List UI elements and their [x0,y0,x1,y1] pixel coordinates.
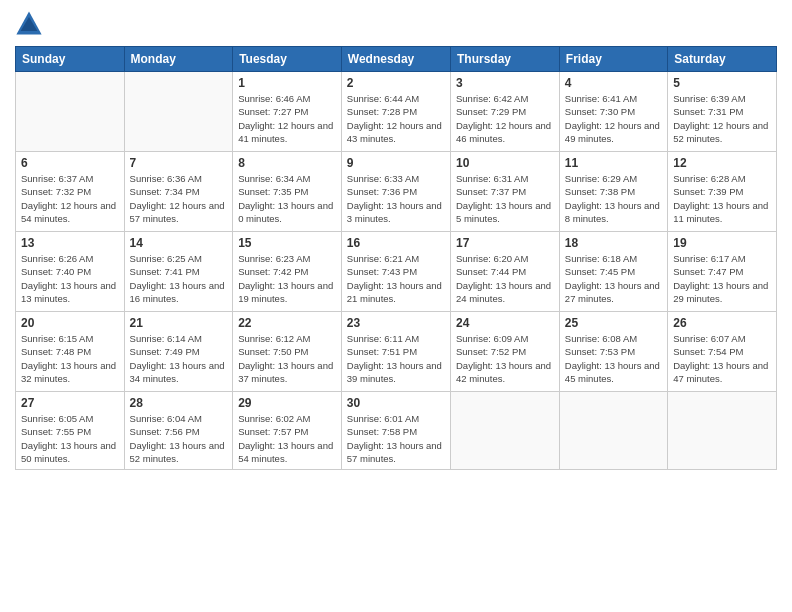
day-info: Sunrise: 6:07 AM Sunset: 7:54 PM Dayligh… [673,332,771,385]
calendar-header-monday: Monday [124,47,233,72]
day-number: 24 [456,316,554,330]
calendar-cell [559,392,667,470]
day-number: 14 [130,236,228,250]
calendar-cell [16,72,125,152]
calendar-cell [451,392,560,470]
day-number: 3 [456,76,554,90]
calendar-cell: 8Sunrise: 6:34 AM Sunset: 7:35 PM Daylig… [233,152,342,232]
day-info: Sunrise: 6:17 AM Sunset: 7:47 PM Dayligh… [673,252,771,305]
calendar-cell [668,392,777,470]
day-number: 20 [21,316,119,330]
day-info: Sunrise: 6:41 AM Sunset: 7:30 PM Dayligh… [565,92,662,145]
calendar-cell: 1Sunrise: 6:46 AM Sunset: 7:27 PM Daylig… [233,72,342,152]
calendar-cell: 12Sunrise: 6:28 AM Sunset: 7:39 PM Dayli… [668,152,777,232]
day-info: Sunrise: 6:05 AM Sunset: 7:55 PM Dayligh… [21,412,119,465]
day-info: Sunrise: 6:01 AM Sunset: 7:58 PM Dayligh… [347,412,445,465]
day-info: Sunrise: 6:12 AM Sunset: 7:50 PM Dayligh… [238,332,336,385]
calendar-cell: 14Sunrise: 6:25 AM Sunset: 7:41 PM Dayli… [124,232,233,312]
day-number: 28 [130,396,228,410]
day-info: Sunrise: 6:37 AM Sunset: 7:32 PM Dayligh… [21,172,119,225]
calendar-cell: 23Sunrise: 6:11 AM Sunset: 7:51 PM Dayli… [341,312,450,392]
logo [15,10,47,38]
page: SundayMondayTuesdayWednesdayThursdayFrid… [0,0,792,612]
calendar-week-row: 27Sunrise: 6:05 AM Sunset: 7:55 PM Dayli… [16,392,777,470]
calendar-week-row: 1Sunrise: 6:46 AM Sunset: 7:27 PM Daylig… [16,72,777,152]
day-number: 17 [456,236,554,250]
calendar-cell: 22Sunrise: 6:12 AM Sunset: 7:50 PM Dayli… [233,312,342,392]
calendar-cell: 17Sunrise: 6:20 AM Sunset: 7:44 PM Dayli… [451,232,560,312]
calendar-cell: 24Sunrise: 6:09 AM Sunset: 7:52 PM Dayli… [451,312,560,392]
calendar-cell: 27Sunrise: 6:05 AM Sunset: 7:55 PM Dayli… [16,392,125,470]
day-number: 1 [238,76,336,90]
day-info: Sunrise: 6:21 AM Sunset: 7:43 PM Dayligh… [347,252,445,305]
calendar-cell: 7Sunrise: 6:36 AM Sunset: 7:34 PM Daylig… [124,152,233,232]
day-number: 23 [347,316,445,330]
calendar-cell: 16Sunrise: 6:21 AM Sunset: 7:43 PM Dayli… [341,232,450,312]
day-info: Sunrise: 6:42 AM Sunset: 7:29 PM Dayligh… [456,92,554,145]
calendar-header-tuesday: Tuesday [233,47,342,72]
day-number: 27 [21,396,119,410]
day-number: 9 [347,156,445,170]
calendar-header-wednesday: Wednesday [341,47,450,72]
day-number: 16 [347,236,445,250]
calendar-cell: 4Sunrise: 6:41 AM Sunset: 7:30 PM Daylig… [559,72,667,152]
day-number: 11 [565,156,662,170]
header [15,10,777,38]
day-info: Sunrise: 6:18 AM Sunset: 7:45 PM Dayligh… [565,252,662,305]
calendar-cell: 19Sunrise: 6:17 AM Sunset: 7:47 PM Dayli… [668,232,777,312]
day-info: Sunrise: 6:29 AM Sunset: 7:38 PM Dayligh… [565,172,662,225]
day-number: 22 [238,316,336,330]
calendar-cell: 25Sunrise: 6:08 AM Sunset: 7:53 PM Dayli… [559,312,667,392]
calendar-header-thursday: Thursday [451,47,560,72]
day-info: Sunrise: 6:28 AM Sunset: 7:39 PM Dayligh… [673,172,771,225]
calendar-cell: 15Sunrise: 6:23 AM Sunset: 7:42 PM Dayli… [233,232,342,312]
calendar-cell: 21Sunrise: 6:14 AM Sunset: 7:49 PM Dayli… [124,312,233,392]
calendar-header-friday: Friday [559,47,667,72]
calendar-cell: 20Sunrise: 6:15 AM Sunset: 7:48 PM Dayli… [16,312,125,392]
calendar-cell: 10Sunrise: 6:31 AM Sunset: 7:37 PM Dayli… [451,152,560,232]
day-info: Sunrise: 6:02 AM Sunset: 7:57 PM Dayligh… [238,412,336,465]
day-info: Sunrise: 6:44 AM Sunset: 7:28 PM Dayligh… [347,92,445,145]
day-number: 8 [238,156,336,170]
day-number: 18 [565,236,662,250]
calendar-cell: 29Sunrise: 6:02 AM Sunset: 7:57 PM Dayli… [233,392,342,470]
calendar-cell: 9Sunrise: 6:33 AM Sunset: 7:36 PM Daylig… [341,152,450,232]
day-number: 25 [565,316,662,330]
calendar-header-saturday: Saturday [668,47,777,72]
calendar-header-sunday: Sunday [16,47,125,72]
day-number: 10 [456,156,554,170]
day-info: Sunrise: 6:15 AM Sunset: 7:48 PM Dayligh… [21,332,119,385]
day-info: Sunrise: 6:36 AM Sunset: 7:34 PM Dayligh… [130,172,228,225]
day-number: 15 [238,236,336,250]
day-info: Sunrise: 6:20 AM Sunset: 7:44 PM Dayligh… [456,252,554,305]
day-number: 26 [673,316,771,330]
calendar-cell: 11Sunrise: 6:29 AM Sunset: 7:38 PM Dayli… [559,152,667,232]
calendar-week-row: 13Sunrise: 6:26 AM Sunset: 7:40 PM Dayli… [16,232,777,312]
day-number: 12 [673,156,771,170]
day-info: Sunrise: 6:09 AM Sunset: 7:52 PM Dayligh… [456,332,554,385]
calendar-cell: 30Sunrise: 6:01 AM Sunset: 7:58 PM Dayli… [341,392,450,470]
day-info: Sunrise: 6:11 AM Sunset: 7:51 PM Dayligh… [347,332,445,385]
day-number: 13 [21,236,119,250]
day-info: Sunrise: 6:25 AM Sunset: 7:41 PM Dayligh… [130,252,228,305]
calendar-week-row: 6Sunrise: 6:37 AM Sunset: 7:32 PM Daylig… [16,152,777,232]
calendar-cell: 3Sunrise: 6:42 AM Sunset: 7:29 PM Daylig… [451,72,560,152]
day-info: Sunrise: 6:46 AM Sunset: 7:27 PM Dayligh… [238,92,336,145]
calendar-table: SundayMondayTuesdayWednesdayThursdayFrid… [15,46,777,470]
calendar-cell: 18Sunrise: 6:18 AM Sunset: 7:45 PM Dayli… [559,232,667,312]
day-number: 4 [565,76,662,90]
day-number: 5 [673,76,771,90]
calendar-header-row: SundayMondayTuesdayWednesdayThursdayFrid… [16,47,777,72]
calendar-cell: 26Sunrise: 6:07 AM Sunset: 7:54 PM Dayli… [668,312,777,392]
day-info: Sunrise: 6:39 AM Sunset: 7:31 PM Dayligh… [673,92,771,145]
calendar-cell: 28Sunrise: 6:04 AM Sunset: 7:56 PM Dayli… [124,392,233,470]
day-info: Sunrise: 6:08 AM Sunset: 7:53 PM Dayligh… [565,332,662,385]
day-number: 30 [347,396,445,410]
day-number: 29 [238,396,336,410]
logo-icon [15,10,43,38]
calendar-cell: 2Sunrise: 6:44 AM Sunset: 7:28 PM Daylig… [341,72,450,152]
calendar-week-row: 20Sunrise: 6:15 AM Sunset: 7:48 PM Dayli… [16,312,777,392]
day-number: 21 [130,316,228,330]
day-info: Sunrise: 6:14 AM Sunset: 7:49 PM Dayligh… [130,332,228,385]
calendar-cell: 13Sunrise: 6:26 AM Sunset: 7:40 PM Dayli… [16,232,125,312]
